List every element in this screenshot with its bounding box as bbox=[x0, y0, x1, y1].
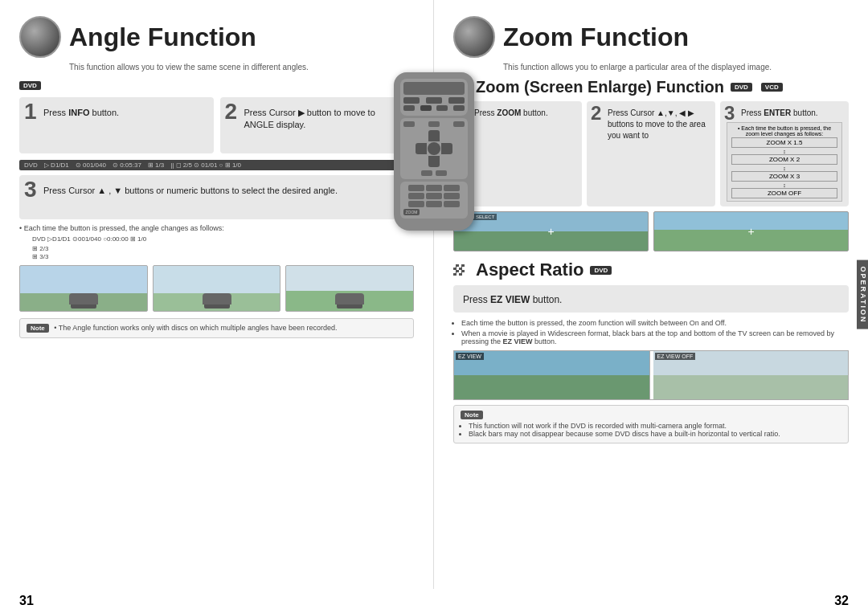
remote-btn-2[interactable] bbox=[426, 97, 442, 104]
left-page: Angle Function This function allows you … bbox=[0, 0, 434, 589]
dpad-left[interactable] bbox=[416, 143, 427, 154]
remote-btn-1[interactable] bbox=[403, 97, 420, 104]
step2-number: 2 bbox=[225, 100, 238, 123]
remote-display bbox=[403, 82, 465, 95]
zoom-arrow1: ↕ bbox=[731, 149, 837, 154]
remote-num-2[interactable] bbox=[426, 185, 442, 191]
zoom-step3-box: 3 Press ENTER button. • Each time the bu… bbox=[720, 101, 849, 206]
dpad-center[interactable] bbox=[428, 142, 440, 155]
remote-middle bbox=[400, 118, 468, 179]
remote-control-wrapper: ZOOM bbox=[394, 72, 474, 231]
zoom-step3-text: Press ENTER button. bbox=[741, 108, 842, 119]
aspect-bullet-1: Each time the button is pressed, the zoo… bbox=[461, 319, 849, 327]
remote-zoom-btn[interactable]: ZOOM bbox=[403, 209, 420, 215]
ezview-img-1: EZ VIEW bbox=[454, 351, 650, 399]
zoom-thumb-1: ENTER SELECT + bbox=[453, 211, 649, 251]
zoom-subtitle: This function allows you to enlarge a pa… bbox=[503, 63, 849, 72]
car-1 bbox=[69, 293, 98, 304]
scene-img-3 bbox=[285, 265, 414, 312]
zoom-step2-text: Press Cursor ▲,▼, ◀ ▶ buttons to move to… bbox=[608, 108, 709, 141]
remote-row3 bbox=[403, 121, 465, 127]
ezview-img-2: EZ VIEW OFF bbox=[653, 351, 849, 399]
angle-change-label: • Each time the button is pressed, the a… bbox=[19, 224, 414, 232]
crosshair-1: + bbox=[547, 225, 554, 238]
angle-title: Angle Function bbox=[69, 22, 256, 52]
remote-num-5[interactable] bbox=[426, 193, 442, 199]
scene-img-2 bbox=[153, 265, 281, 312]
remote-bottom: ZOOM bbox=[400, 182, 468, 219]
operation-tab: OPERATION bbox=[857, 260, 868, 329]
aspect-title: Aspect Ratio bbox=[476, 260, 583, 280]
remote-btn-10[interactable] bbox=[453, 121, 465, 127]
aspect-dvd-badge: DVD bbox=[590, 266, 612, 275]
aspect-section: Aspect Ratio DVD Press EZ VIEW button. E… bbox=[453, 260, 849, 443]
angle-status-bar2: DVD ▷D1/D1 ⊙001/040 ○0:00:00 ⊞ 1/0 bbox=[32, 235, 146, 243]
dpad-down[interactable] bbox=[428, 156, 440, 167]
remote-btn-7[interactable] bbox=[453, 105, 465, 111]
remote-btn-9[interactable] bbox=[428, 121, 440, 127]
right-note-2: Black bars may not disappear because som… bbox=[469, 430, 841, 438]
remote-btn-4[interactable] bbox=[403, 105, 415, 111]
step3-text: Press Cursor ▲ , ▼ buttons or numeric bu… bbox=[43, 185, 406, 197]
note-label-left: Note bbox=[27, 324, 49, 333]
scene-img-1 bbox=[19, 265, 148, 312]
zoom-arrow2: ↕ bbox=[731, 166, 837, 171]
zoom-off: ZOOM OFF bbox=[731, 188, 837, 198]
steps-row-12: 1 Press INFO button. 2 Press Cursor ▶ bu… bbox=[19, 97, 414, 153]
step1-box: 1 Press INFO button. bbox=[19, 97, 214, 153]
step1-text: Press INFO button. bbox=[43, 107, 206, 119]
remote-btn-5[interactable] bbox=[420, 105, 432, 111]
remote-btn-6[interactable] bbox=[436, 105, 448, 111]
car-2 bbox=[203, 293, 231, 304]
right-note-1: This function will not work if the DVD i… bbox=[469, 422, 841, 430]
dvd-badge-left: DVD bbox=[19, 81, 41, 90]
remote-row1 bbox=[403, 97, 465, 104]
ezview-label-1: EZ VIEW bbox=[456, 353, 484, 360]
status-d1: ▷ D1/D1 bbox=[44, 161, 69, 169]
zoom-thumbs: ENTER SELECT + + bbox=[453, 211, 849, 251]
remote-num-3[interactable] bbox=[444, 185, 460, 191]
scene-images bbox=[19, 265, 414, 312]
zoom-level-indicator: • Each time the button is pressed, the z… bbox=[727, 122, 842, 202]
checker-icon-2 bbox=[453, 264, 465, 276]
status-track: ⊙ 001/040 bbox=[76, 161, 106, 169]
crosshair-2: + bbox=[747, 225, 754, 238]
zoom-note-text: • Each time the button is pressed, the z… bbox=[731, 125, 837, 137]
zoom-x2: ZOOM X 2 bbox=[731, 154, 837, 165]
zoom-x15: ZOOM X 1.5 bbox=[731, 137, 837, 148]
dvd-badge-right: DVD bbox=[731, 83, 752, 92]
remote-btn-8[interactable] bbox=[403, 121, 415, 127]
note-box-right: Note This function will not work if the … bbox=[453, 405, 849, 443]
page-footer: 31 32 bbox=[0, 589, 868, 613]
aspect-bullets: Each time the button is pressed, the zoo… bbox=[453, 319, 849, 345]
remote-num-9[interactable] bbox=[444, 201, 460, 207]
remote-btn-11[interactable] bbox=[421, 170, 432, 176]
remote-num-1[interactable] bbox=[408, 185, 424, 191]
remote-numpad bbox=[403, 185, 465, 207]
ezview-images: EZ VIEW EZ VIEW OFF bbox=[453, 350, 849, 400]
remote-btn-3[interactable] bbox=[448, 97, 465, 104]
status-angle: ⊞ 1/3 bbox=[148, 161, 164, 169]
remote-num-7[interactable] bbox=[408, 201, 424, 207]
angle-subtitle: This function allows you to view the sam… bbox=[69, 63, 414, 72]
angle-globe-icon bbox=[19, 16, 61, 58]
right-page: Zoom Function This function allows you t… bbox=[434, 0, 868, 589]
status-more: || ◻ 2/5 ⊙ 01/01 ○ ⊞ 1/0 bbox=[170, 161, 241, 169]
zoom-arrow3: ↕ bbox=[731, 182, 837, 188]
remote-num-6[interactable] bbox=[444, 193, 460, 199]
status-time: ⊙ 0:05:37 bbox=[113, 161, 141, 169]
angle-item-1: ⊞ 2/3 bbox=[32, 245, 414, 252]
remote-btn-12[interactable] bbox=[436, 170, 447, 176]
dpad-up[interactable] bbox=[428, 130, 440, 141]
step1-number: 1 bbox=[24, 100, 37, 123]
remote-num-8[interactable] bbox=[426, 201, 442, 207]
zoom-screen-title: Zoom (Screen Enlarge) Function bbox=[476, 78, 724, 96]
step2-box: 2 Press Cursor ▶ button to move to ANGLE… bbox=[220, 97, 415, 153]
page-number-left: 31 bbox=[19, 594, 34, 608]
zoom-step3-num: 3 bbox=[724, 104, 735, 123]
remote-num-4[interactable] bbox=[408, 193, 424, 199]
dpad-right[interactable] bbox=[441, 143, 452, 154]
ez-view-bold: EZ VIEW bbox=[490, 294, 530, 305]
angle-item-2: ⊞ 3/3 bbox=[32, 253, 414, 260]
remote-row4 bbox=[403, 170, 465, 176]
